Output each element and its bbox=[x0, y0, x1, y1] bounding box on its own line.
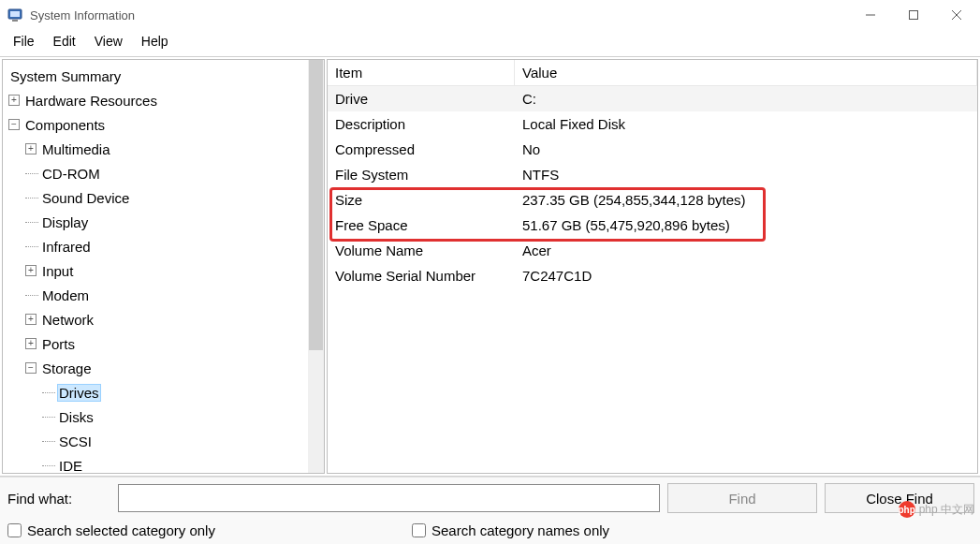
menu-help[interactable]: Help bbox=[132, 32, 178, 51]
plus-icon[interactable]: + bbox=[25, 265, 37, 276]
tree-scrollbar[interactable] bbox=[308, 60, 324, 473]
table-row[interactable]: CompressedNo bbox=[328, 137, 977, 162]
menu-file[interactable]: File bbox=[4, 32, 44, 51]
plus-icon[interactable]: + bbox=[25, 143, 37, 154]
tree-item-drives[interactable]: Drives bbox=[3, 380, 324, 404]
find-label: Find what: bbox=[6, 491, 110, 507]
details-panel: Item Value DriveC: DescriptionLocal Fixe… bbox=[327, 59, 978, 474]
titlebar: System Information bbox=[0, 0, 980, 30]
cell-item: Description bbox=[328, 116, 515, 132]
menu-view[interactable]: View bbox=[85, 32, 132, 51]
main-content: System Summary +Hardware Resources −Comp… bbox=[0, 56, 980, 477]
table-body: DriveC: DescriptionLocal Fixed Disk Comp… bbox=[328, 86, 977, 288]
tree-item-display[interactable]: Display bbox=[3, 210, 324, 234]
cell-value: C: bbox=[515, 91, 977, 107]
plus-icon[interactable]: + bbox=[25, 338, 37, 349]
table-row[interactable]: File SystemNTFS bbox=[328, 162, 977, 187]
checkbox-label: Search category names only bbox=[431, 522, 609, 538]
table-row[interactable]: Free Space51.67 GB (55,475,920,896 bytes… bbox=[328, 213, 977, 238]
plus-icon[interactable]: + bbox=[25, 314, 37, 325]
checkbox-label: Search selected category only bbox=[27, 522, 215, 538]
checkbox-search-selected-category[interactable]: Search selected category only bbox=[7, 522, 215, 538]
close-find-button[interactable]: Close Find bbox=[825, 483, 974, 513]
tree-item-storage[interactable]: −Storage bbox=[3, 356, 324, 380]
find-input[interactable] bbox=[118, 484, 660, 512]
tree-item-hardware-resources[interactable]: +Hardware Resources bbox=[3, 88, 324, 112]
tree-item-ports[interactable]: +Ports bbox=[3, 331, 324, 356]
window-controls bbox=[849, 1, 978, 29]
table-row[interactable]: Size237.35 GB (254,855,344,128 bytes) bbox=[328, 187, 977, 213]
app-icon bbox=[7, 7, 22, 22]
cell-value: No bbox=[515, 141, 977, 157]
table-row[interactable]: Volume Serial Number7C247C1D bbox=[328, 263, 977, 288]
tree-item-scsi[interactable]: SCSI bbox=[3, 429, 324, 453]
find-bar: Find what: Find Close Find Search select… bbox=[0, 477, 980, 544]
cell-item: Drive bbox=[328, 91, 515, 107]
table-row[interactable]: Volume NameAcer bbox=[328, 238, 977, 263]
tree-item-multimedia[interactable]: +Multimedia bbox=[3, 137, 324, 161]
tree-item-system-summary[interactable]: System Summary bbox=[3, 64, 324, 88]
scrollbar-thumb[interactable] bbox=[309, 60, 323, 350]
cell-value: 51.67 GB (55,475,920,896 bytes) bbox=[515, 217, 977, 233]
cell-item: Volume Name bbox=[328, 243, 515, 258]
find-button[interactable]: Find bbox=[667, 483, 817, 513]
cell-value: NTFS bbox=[515, 167, 977, 183]
svg-rect-4 bbox=[910, 11, 918, 20]
table-row[interactable]: DriveC: bbox=[328, 86, 977, 111]
tree-item-components[interactable]: −Components bbox=[3, 112, 324, 137]
minus-icon[interactable]: − bbox=[25, 362, 37, 374]
cell-item: Size bbox=[328, 192, 515, 208]
cell-value: 237.35 GB (254,855,344,128 bytes) bbox=[515, 192, 977, 208]
menu-edit[interactable]: Edit bbox=[44, 32, 85, 51]
window-title: System Information bbox=[30, 8, 135, 22]
maximize-button[interactable] bbox=[892, 1, 935, 29]
close-button[interactable] bbox=[935, 1, 978, 29]
tree-item-disks[interactable]: Disks bbox=[3, 404, 324, 429]
cell-item: File System bbox=[328, 167, 515, 183]
minus-icon[interactable]: − bbox=[8, 119, 20, 130]
checkbox-input[interactable] bbox=[412, 523, 426, 537]
cell-item: Compressed bbox=[328, 141, 515, 157]
cell-value: Local Fixed Disk bbox=[515, 116, 977, 132]
cell-item: Free Space bbox=[328, 217, 515, 233]
column-header-value[interactable]: Value bbox=[515, 60, 977, 85]
tree-item-sound-device[interactable]: Sound Device bbox=[3, 185, 324, 210]
tree-item-network[interactable]: +Network bbox=[3, 307, 324, 331]
cell-value: 7C247C1D bbox=[515, 268, 977, 284]
minimize-button[interactable] bbox=[849, 1, 892, 29]
menubar: File Edit View Help bbox=[0, 30, 980, 56]
svg-rect-1 bbox=[10, 11, 20, 17]
tree-panel: System Summary +Hardware Resources −Comp… bbox=[2, 59, 325, 474]
tree-item-cdrom[interactable]: CD-ROM bbox=[3, 161, 324, 185]
checkbox-search-category-names[interactable]: Search category names only bbox=[412, 522, 609, 538]
column-header-item[interactable]: Item bbox=[328, 60, 515, 85]
tree-item-input[interactable]: +Input bbox=[3, 258, 324, 283]
svg-rect-2 bbox=[12, 20, 18, 22]
checkbox-input[interactable] bbox=[7, 523, 22, 537]
cell-item: Volume Serial Number bbox=[328, 268, 515, 284]
tree-item-infrared[interactable]: Infrared bbox=[3, 234, 324, 258]
tree-item-modem[interactable]: Modem bbox=[3, 283, 324, 307]
table-header: Item Value bbox=[328, 60, 977, 86]
plus-icon[interactable]: + bbox=[8, 95, 20, 106]
table-row[interactable]: DescriptionLocal Fixed Disk bbox=[328, 111, 977, 137]
tree-item-ide[interactable]: IDE bbox=[3, 453, 324, 474]
cell-value: Acer bbox=[515, 243, 977, 258]
